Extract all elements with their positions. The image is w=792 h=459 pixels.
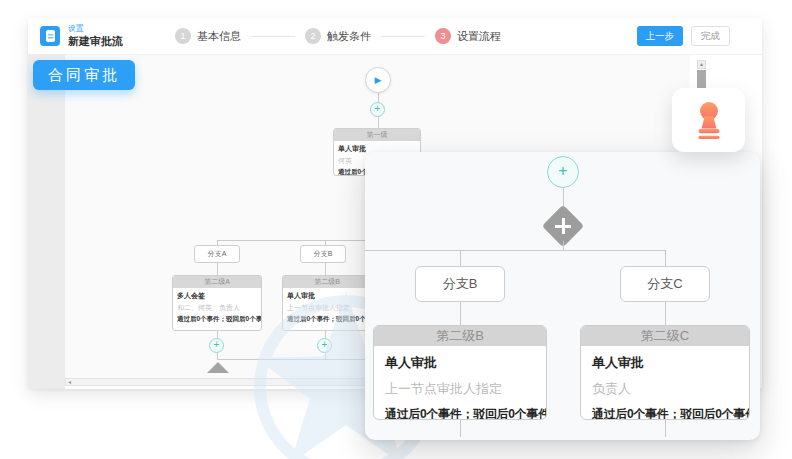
step-3-label: 设置流程 — [457, 29, 501, 44]
flow-connector — [460, 250, 461, 266]
plus-icon: + — [214, 339, 220, 350]
scroll-up-glyph: ▴ — [700, 61, 703, 67]
play-icon: ▶ — [375, 75, 382, 85]
step-1-label: 基本信息 — [197, 29, 241, 44]
approval-type: 单人审批 — [592, 354, 738, 372]
previous-step-button[interactable]: 上一步 — [637, 26, 684, 46]
add-node-button[interactable]: + — [547, 156, 579, 188]
breadcrumb-category: 设置 — [68, 25, 123, 34]
branch-b-label[interactable]: 分支B — [300, 245, 346, 263]
plus-icon: + — [558, 162, 567, 179]
events-summary: 通过后0个事件；驳回后0个事件 — [385, 406, 535, 420]
branch-split-line — [365, 250, 666, 251]
node-header: 第二级A — [173, 276, 261, 288]
step-basic-info[interactable]: 1 基本信息 — [175, 28, 241, 44]
flow-connector — [665, 420, 666, 437]
plus-icon: + — [375, 103, 381, 114]
step-connector — [381, 36, 425, 37]
flow-connector — [217, 331, 218, 338]
node-header: 第二级B — [283, 276, 371, 288]
flow-connector — [378, 93, 379, 102]
scroll-up-icon[interactable]: ▴ — [697, 60, 706, 69]
flow-connector — [563, 241, 564, 250]
flow-connector — [460, 420, 461, 437]
assignee: 上一节点审批人指定 — [385, 380, 535, 398]
step-set-process[interactable]: 3 设置流程 — [435, 28, 501, 44]
flow-connector — [325, 263, 326, 275]
top-bar: 设置 新建审批流 1 基本信息 2 触发条件 3 设置流程 上一步 完成 — [28, 18, 762, 55]
node-header: 第一级 — [334, 129, 420, 141]
plus-icon — [562, 218, 565, 234]
merge-node — [207, 362, 229, 373]
approval-type: 单人审批 — [385, 354, 535, 372]
canvas-gutter — [28, 55, 65, 389]
events-summary: 通过后0个事件；驳回后0个事件 — [177, 315, 257, 324]
node-level-2b[interactable]: 第二级B 单人审批 上一节点审批人指定 通过后0个事件；驳回后0个事件 — [282, 275, 372, 331]
flow-connector — [378, 117, 379, 128]
node-header: 第二级C — [581, 326, 749, 346]
assignee: 负责人 — [592, 380, 738, 398]
step-2-label: 触发条件 — [327, 29, 371, 44]
stamp-icon — [691, 101, 727, 139]
step-3-circle: 3 — [435, 28, 451, 44]
approval-type: 多人会签 — [177, 291, 257, 301]
stamp-card — [672, 88, 745, 152]
node-level-2b-card[interactable]: 第二级B 单人审批 上一节点审批人指定 通过后0个事件；驳回后0个事件 — [373, 325, 547, 420]
flow-connector — [217, 263, 218, 275]
step-connector — [251, 36, 295, 37]
branch-c-label[interactable]: 分支C — [620, 266, 710, 302]
node-level-2a[interactable]: 第二级A 多人会签 和二、何英、负责人 通过后0个事件；驳回后0个事件 — [172, 275, 262, 331]
zoom-detail-panel: + 分支B 分支C 第二级B 单人审批 上一节点审批人指定 通过后0个事件；驳回… — [365, 152, 760, 440]
add-node-button[interactable]: + — [317, 338, 332, 353]
title-block: 设置 新建审批流 — [68, 25, 123, 47]
finish-button[interactable]: 完成 — [691, 26, 730, 46]
node-header: 第二级B — [374, 326, 546, 346]
app-logo — [40, 26, 60, 46]
assignee: 上一节点审批人指定 — [287, 303, 367, 313]
start-node[interactable]: ▶ — [365, 67, 391, 93]
add-node-button[interactable]: + — [370, 102, 385, 117]
branch-b-label[interactable]: 分支B — [415, 266, 505, 302]
assignee: 和二、何英、负责人 — [177, 303, 257, 313]
document-icon — [46, 30, 55, 42]
node-level-2c-card[interactable]: 第二级C 单人审批 负责人 通过后0个事件；驳回后0个事件 — [580, 325, 750, 420]
flow-name-badge: 合同审批 — [33, 60, 135, 90]
flow-connector — [325, 331, 326, 338]
page-title: 新建审批流 — [68, 35, 123, 47]
flow-connector — [665, 250, 666, 266]
step-2-circle: 2 — [305, 28, 321, 44]
flow-connector — [460, 302, 461, 325]
step-1-circle: 1 — [175, 28, 191, 44]
step-indicator: 1 基本信息 2 触发条件 3 设置流程 — [175, 28, 501, 44]
approval-type: 单人审批 — [287, 291, 367, 301]
flow-connector — [665, 302, 666, 325]
events-summary: 通过后0个事件；驳回后0个事件 — [592, 406, 738, 420]
plus-icon: + — [322, 339, 328, 350]
scroll-left-icon[interactable]: ◂ — [68, 379, 71, 385]
events-summary: 通过后0个事件；驳回后0个事件 — [287, 315, 367, 324]
add-node-button[interactable]: + — [209, 338, 224, 353]
branch-a-label[interactable]: 分支A — [194, 245, 240, 263]
step-trigger-condition[interactable]: 2 触发条件 — [305, 28, 371, 44]
